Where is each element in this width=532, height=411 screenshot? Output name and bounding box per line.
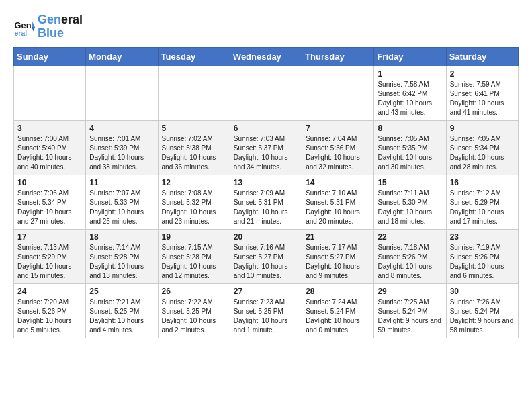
- day-info: Sunrise: 7:08 AM Sunset: 5:32 PM Dayligh…: [162, 189, 226, 226]
- svg-text:eral: eral: [15, 30, 28, 37]
- day-number: 16: [450, 178, 515, 187]
- calendar-cell: 4Sunrise: 7:01 AM Sunset: 5:39 PM Daylig…: [86, 120, 158, 175]
- calendar-cell: [86, 66, 158, 120]
- day-info: Sunrise: 7:22 AM Sunset: 5:25 PM Dayligh…: [162, 298, 226, 335]
- day-number: 6: [234, 124, 298, 133]
- day-number: 5: [162, 124, 226, 133]
- calendar-cell: 17Sunrise: 7:13 AM Sunset: 5:29 PM Dayli…: [14, 229, 86, 283]
- svg-marker-3: [32, 27, 35, 31]
- day-info: Sunrise: 7:59 AM Sunset: 6:41 PM Dayligh…: [450, 80, 515, 118]
- calendar-cell: 8Sunrise: 7:05 AM Sunset: 5:35 PM Daylig…: [374, 120, 446, 175]
- day-number: 24: [17, 287, 82, 296]
- day-number: 21: [306, 232, 370, 242]
- day-info: Sunrise: 7:14 AM Sunset: 5:28 PM Dayligh…: [89, 243, 154, 281]
- calendar-cell: 3Sunrise: 7:00 AM Sunset: 5:40 PM Daylig…: [14, 120, 86, 175]
- calendar-cell: 22Sunrise: 7:18 AM Sunset: 5:26 PM Dayli…: [374, 229, 446, 283]
- day-info: Sunrise: 7:25 AM Sunset: 5:24 PM Dayligh…: [378, 298, 442, 335]
- day-number: 3: [17, 124, 82, 133]
- day-number: 9: [450, 124, 515, 133]
- day-number: 23: [450, 232, 515, 242]
- day-number: 28: [306, 287, 370, 296]
- day-number: 18: [89, 232, 154, 242]
- svg-text:Gen: Gen: [15, 19, 32, 30]
- day-number: 8: [378, 124, 442, 133]
- day-number: 12: [162, 178, 226, 187]
- calendar-cell: 2Sunrise: 7:59 AM Sunset: 6:41 PM Daylig…: [446, 66, 518, 120]
- calendar-cell: [158, 66, 230, 120]
- day-info: Sunrise: 7:17 AM Sunset: 5:27 PM Dayligh…: [306, 243, 370, 281]
- calendar-cell: 1Sunrise: 7:58 AM Sunset: 6:42 PM Daylig…: [374, 66, 446, 120]
- day-info: Sunrise: 7:03 AM Sunset: 5:37 PM Dayligh…: [234, 134, 298, 172]
- day-number: 26: [162, 287, 226, 296]
- calendar-cell: 28Sunrise: 7:24 AM Sunset: 5:24 PM Dayli…: [302, 283, 374, 338]
- calendar-cell: 29Sunrise: 7:25 AM Sunset: 5:24 PM Dayli…: [374, 283, 446, 338]
- logo-text-blue: Blue: [38, 27, 83, 40]
- day-info: Sunrise: 7:05 AM Sunset: 5:35 PM Dayligh…: [378, 134, 442, 172]
- day-info: Sunrise: 7:04 AM Sunset: 5:36 PM Dayligh…: [306, 134, 370, 172]
- weekday-header-thursday: Thursday: [302, 47, 374, 66]
- calendar-cell: 21Sunrise: 7:17 AM Sunset: 5:27 PM Dayli…: [302, 229, 374, 283]
- day-info: Sunrise: 7:11 AM Sunset: 5:30 PM Dayligh…: [378, 189, 442, 226]
- logo-text-general: General: [38, 13, 83, 27]
- day-info: Sunrise: 7:16 AM Sunset: 5:27 PM Dayligh…: [234, 243, 298, 281]
- logo-icon: Gen eral: [13, 16, 35, 38]
- calendar-cell: 20Sunrise: 7:16 AM Sunset: 5:27 PM Dayli…: [230, 229, 302, 283]
- day-number: 29: [378, 287, 442, 296]
- calendar-cell: 7Sunrise: 7:04 AM Sunset: 5:36 PM Daylig…: [302, 120, 374, 175]
- calendar-cell: [230, 66, 302, 120]
- day-info: Sunrise: 7:02 AM Sunset: 5:38 PM Dayligh…: [162, 134, 226, 172]
- calendar-week-row: 10Sunrise: 7:06 AM Sunset: 5:34 PM Dayli…: [14, 175, 519, 229]
- day-info: Sunrise: 7:19 AM Sunset: 5:26 PM Dayligh…: [450, 243, 515, 281]
- calendar-cell: 15Sunrise: 7:11 AM Sunset: 5:30 PM Dayli…: [374, 175, 446, 229]
- day-number: 14: [306, 178, 370, 187]
- weekday-header-sunday: Sunday: [14, 47, 86, 66]
- day-number: 2: [450, 69, 515, 79]
- day-number: 10: [17, 178, 82, 187]
- day-info: Sunrise: 7:24 AM Sunset: 5:24 PM Dayligh…: [306, 298, 370, 335]
- day-number: 17: [17, 232, 82, 242]
- day-info: Sunrise: 7:20 AM Sunset: 5:26 PM Dayligh…: [17, 298, 82, 335]
- logo: Gen eral General Blue: [13, 13, 83, 40]
- day-info: Sunrise: 7:07 AM Sunset: 5:33 PM Dayligh…: [89, 189, 154, 226]
- day-number: 4: [89, 124, 154, 133]
- day-info: Sunrise: 7:23 AM Sunset: 5:25 PM Dayligh…: [234, 298, 298, 335]
- day-number: 25: [89, 287, 154, 296]
- calendar-cell: 13Sunrise: 7:09 AM Sunset: 5:31 PM Dayli…: [230, 175, 302, 229]
- calendar-cell: 9Sunrise: 7:05 AM Sunset: 5:34 PM Daylig…: [446, 120, 518, 175]
- calendar-cell: [14, 66, 86, 120]
- calendar-week-row: 3Sunrise: 7:00 AM Sunset: 5:40 PM Daylig…: [14, 120, 519, 175]
- day-number: 19: [162, 232, 226, 242]
- day-info: Sunrise: 7:10 AM Sunset: 5:31 PM Dayligh…: [306, 189, 370, 226]
- day-number: 7: [306, 124, 370, 133]
- day-info: Sunrise: 7:15 AM Sunset: 5:28 PM Dayligh…: [162, 243, 226, 281]
- calendar-cell: 26Sunrise: 7:22 AM Sunset: 5:25 PM Dayli…: [158, 283, 230, 338]
- calendar-week-row: 24Sunrise: 7:20 AM Sunset: 5:26 PM Dayli…: [14, 283, 519, 338]
- day-number: 13: [234, 178, 298, 187]
- day-number: 22: [378, 232, 442, 242]
- day-info: Sunrise: 7:58 AM Sunset: 6:42 PM Dayligh…: [378, 80, 442, 118]
- day-number: 30: [450, 287, 515, 296]
- page-header: Gen eral General Blue: [13, 11, 519, 40]
- day-number: 27: [234, 287, 298, 296]
- calendar-cell: 19Sunrise: 7:15 AM Sunset: 5:28 PM Dayli…: [158, 229, 230, 283]
- calendar-cell: 23Sunrise: 7:19 AM Sunset: 5:26 PM Dayli…: [446, 229, 518, 283]
- weekday-header-saturday: Saturday: [446, 47, 518, 66]
- calendar-week-row: 1Sunrise: 7:58 AM Sunset: 6:42 PM Daylig…: [14, 66, 519, 120]
- calendar-cell: 5Sunrise: 7:02 AM Sunset: 5:38 PM Daylig…: [158, 120, 230, 175]
- day-number: 20: [234, 232, 298, 242]
- calendar-cell: 25Sunrise: 7:21 AM Sunset: 5:25 PM Dayli…: [86, 283, 158, 338]
- calendar-cell: 12Sunrise: 7:08 AM Sunset: 5:32 PM Dayli…: [158, 175, 230, 229]
- calendar-cell: 27Sunrise: 7:23 AM Sunset: 5:25 PM Dayli…: [230, 283, 302, 338]
- calendar-cell: 16Sunrise: 7:12 AM Sunset: 5:29 PM Dayli…: [446, 175, 518, 229]
- weekday-header-tuesday: Tuesday: [158, 47, 230, 66]
- day-info: Sunrise: 7:26 AM Sunset: 5:24 PM Dayligh…: [450, 298, 515, 335]
- day-info: Sunrise: 7:21 AM Sunset: 5:25 PM Dayligh…: [89, 298, 154, 335]
- day-info: Sunrise: 7:13 AM Sunset: 5:29 PM Dayligh…: [17, 243, 82, 281]
- day-number: 1: [378, 69, 442, 79]
- calendar-cell: 24Sunrise: 7:20 AM Sunset: 5:26 PM Dayli…: [14, 283, 86, 338]
- day-info: Sunrise: 7:00 AM Sunset: 5:40 PM Dayligh…: [17, 134, 82, 172]
- svg-marker-2: [32, 20, 35, 27]
- calendar-header-row: SundayMondayTuesdayWednesdayThursdayFrid…: [14, 47, 519, 66]
- day-info: Sunrise: 7:05 AM Sunset: 5:34 PM Dayligh…: [450, 134, 515, 172]
- weekday-header-monday: Monday: [86, 47, 158, 66]
